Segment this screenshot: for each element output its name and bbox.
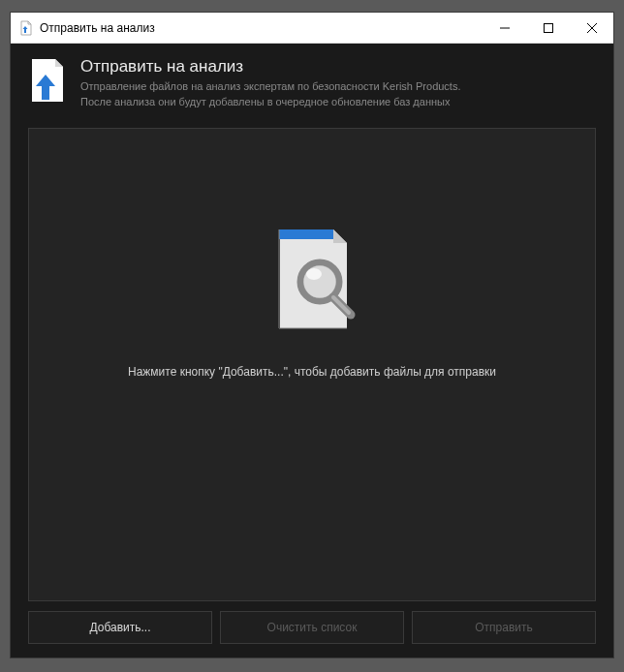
footer-buttons: Добавить... Очистить список Отправить (11, 601, 613, 657)
app-window: Отправить на анализ (10, 12, 614, 658)
send-button[interactable]: Отправить (412, 611, 596, 644)
maximize-button[interactable] (526, 13, 570, 43)
page-subtitle-2: После анализа они будут добавлены в очер… (80, 95, 460, 110)
svg-rect-4 (279, 229, 333, 239)
minimize-button[interactable] (483, 13, 526, 43)
svg-point-7 (306, 268, 322, 280)
header: Отправить на анализ Отправление файлов н… (11, 44, 613, 128)
app-icon (18, 20, 34, 36)
page-subtitle-1: Отправление файлов на анализ экспертам п… (80, 79, 460, 95)
window-title: Отправить на анализ (40, 21, 483, 35)
svg-rect-1 (544, 23, 552, 32)
page-title: Отправить на анализ (80, 57, 460, 76)
search-document-icon (265, 226, 359, 336)
clear-list-button[interactable]: Очистить список (220, 611, 404, 644)
add-button[interactable]: Добавить... (28, 611, 212, 644)
header-text: Отправить на анализ Отправление файлов н… (80, 57, 460, 110)
window-controls (483, 13, 613, 43)
empty-list-message: Нажмите кнопку "Добавить...", чтобы доба… (128, 365, 496, 379)
close-button[interactable] (570, 13, 613, 43)
file-list-panel: Нажмите кнопку "Добавить...", чтобы доба… (28, 128, 596, 601)
upload-file-icon (28, 57, 67, 110)
titlebar: Отправить на анализ (11, 13, 613, 44)
